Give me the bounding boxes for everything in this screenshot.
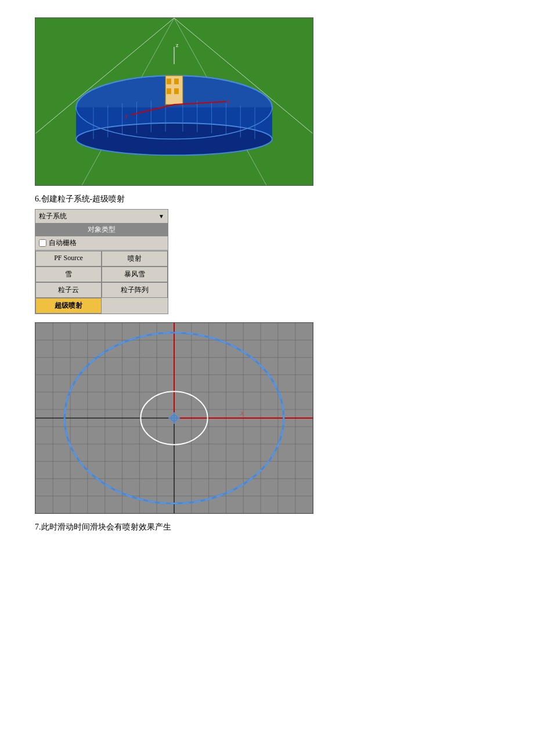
svg-rect-24	[174, 88, 179, 94]
blizzard-button[interactable]: 暴风雪	[102, 267, 168, 282]
particle-panel: 粒子系统 ▼ 对象类型 自动栅格 PF Source 喷射 雪 暴风雪 粒子云 …	[35, 209, 168, 314]
svg-rect-23	[167, 88, 171, 94]
page-container: z x y 6.创建粒子系统-超级喷射 粒子系统 ▼ 对象类型 自动栅格 PF …	[0, 0, 534, 555]
step7-label: 7.此时滑动时间滑块会有喷射效果产生	[35, 522, 499, 532]
snow-button[interactable]: 雪	[35, 267, 102, 282]
svg-text:x: x	[240, 408, 244, 417]
panel-title: 粒子系统	[39, 211, 67, 221]
auto-grid-checkbox[interactable]	[39, 239, 46, 247]
dropdown-arrow-icon[interactable]: ▼	[158, 213, 164, 219]
spray-button[interactable]: 喷射	[102, 251, 168, 267]
svg-rect-21	[167, 78, 171, 84]
svg-text:y: y	[125, 113, 128, 119]
auto-grid-row: 自动栅格	[35, 236, 168, 250]
step6-label: 6.创建粒子系统-超级喷射	[35, 194, 499, 204]
pf-source-button[interactable]: PF Source	[35, 251, 102, 267]
array-button[interactable]: 粒子阵列	[102, 282, 168, 298]
panel-buttons-grid: PF Source 喷射 雪 暴风雪 粒子云 粒子阵列 超级喷射	[35, 250, 168, 314]
svg-rect-22	[174, 78, 179, 84]
panel-title-row: 粒子系统 ▼	[35, 210, 168, 224]
svg-text:z: z	[176, 42, 179, 48]
scene-svg: z x y	[35, 18, 313, 185]
super-spray-button[interactable]: 超级喷射	[35, 298, 102, 314]
viewport2d-svg: x	[35, 323, 313, 513]
viewport-2d: x	[35, 322, 313, 514]
auto-grid-label: 自动栅格	[49, 238, 77, 248]
cloud-button[interactable]: 粒子云	[35, 282, 102, 298]
viewport-3d: z x y	[35, 17, 313, 186]
svg-text:x: x	[227, 98, 230, 105]
section-header: 对象类型	[35, 224, 168, 236]
